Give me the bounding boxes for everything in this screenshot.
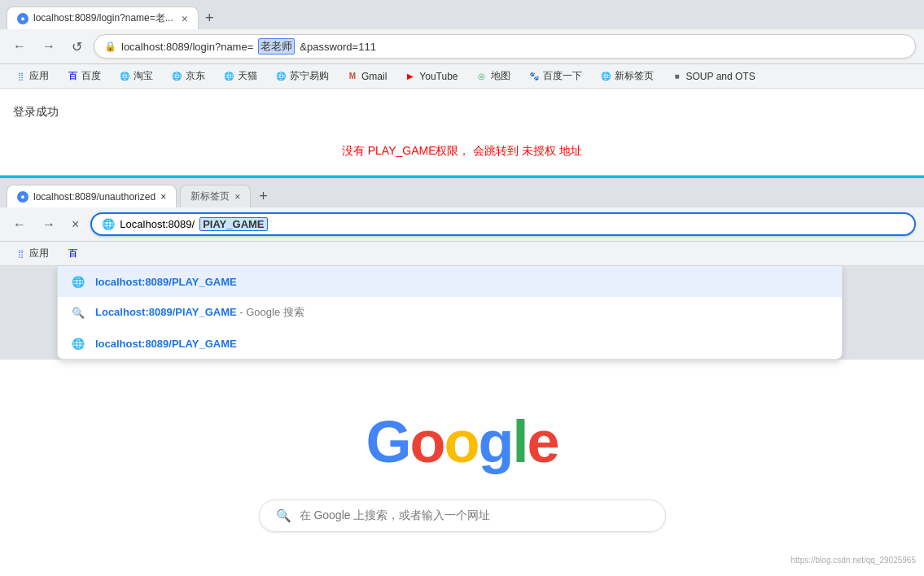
gmail-icon: M xyxy=(347,71,358,82)
bookmark-youtube[interactable]: ▶ YouTube xyxy=(398,69,464,84)
bookmark-baidu[interactable]: 百 百度 xyxy=(60,68,107,85)
tianmao-icon: 🌐 xyxy=(223,71,234,82)
jingdong-icon: 🌐 xyxy=(171,71,182,82)
watermark-text: https://blog.csdn.net/qq_29025965 xyxy=(791,556,916,565)
bottom-url-favicon: 🌐 xyxy=(102,218,115,230)
bookmark-baidu2-label: 百度一下 xyxy=(543,69,582,83)
new-tab-button[interactable]: + xyxy=(199,7,221,29)
google-letter-g: G xyxy=(366,409,409,474)
bottom-nav-bar: ← → × 🌐 Localhost:8089/PlAY_GAME xyxy=(0,207,924,242)
google-letter-l: l xyxy=(512,409,527,474)
refresh-button[interactable]: ↺ xyxy=(67,37,87,56)
bottom-new-tab-button[interactable]: + xyxy=(252,185,274,207)
bookmark-maps-label: 地图 xyxy=(491,69,510,83)
bottom-address-bar[interactable]: 🌐 Localhost:8089/PlAY_GAME xyxy=(90,212,916,236)
url-lock-icon: 🔒 xyxy=(104,41,116,52)
bookmark-baidu2[interactable]: 🐾 百度一下 xyxy=(522,68,589,85)
tab-title: localhost:8089/login?name=老... xyxy=(33,11,173,25)
baidu-icon: 百 xyxy=(67,71,78,82)
autocomplete-bold-1: localhost:8089/PLAY_GAME xyxy=(95,276,237,288)
bottom-bookmarks-bar: ⣿ 应用 百 xyxy=(0,242,924,266)
bookmark-maps[interactable]: ◎ 地图 xyxy=(470,68,517,85)
bookmark-newtab-label: 新标签页 xyxy=(615,69,654,83)
bookmark-jingdong-label: 京东 xyxy=(186,69,205,83)
url-highlighted-text: 老老师 xyxy=(258,38,295,55)
maps-icon: ◎ xyxy=(476,71,488,82)
back-button[interactable]: ← xyxy=(8,37,31,55)
bottom-bookmark-apps[interactable]: ⣿ 应用 xyxy=(8,245,55,262)
bookmark-suning-label: 苏宁易购 xyxy=(290,69,329,83)
no-permission-message: 没有 PLAY_GAME权限， 会跳转到 未授权 地址 xyxy=(13,144,911,159)
autocomplete-item-2[interactable]: 🔍 Localhost:8089/PlAY_GAME - Google 搜索 xyxy=(58,297,842,328)
taobao-icon: 🌐 xyxy=(119,71,130,82)
forward-button[interactable]: → xyxy=(37,37,60,55)
top-nav-bar: ← → ↺ 🔒 localhost:8089/login?name=老老师&pa… xyxy=(0,29,924,64)
autocomplete-bold-3: localhost:8089/PLAY_GAME xyxy=(95,338,237,350)
google-search-bar[interactable]: 🔍 在 Google 上搜索，或者输入一个网址 xyxy=(259,500,666,532)
google-letter-g2: g xyxy=(478,409,512,474)
bookmark-youtube-label: YouTube xyxy=(419,71,458,82)
newtab-icon: 🌐 xyxy=(600,71,611,82)
bookmark-taobao[interactable]: 🌐 淘宝 xyxy=(112,68,160,85)
bottom-tab1-title: localhost:8089/unauthorized xyxy=(33,191,155,203)
bottom-url-prefix: Localhost:8089/ xyxy=(120,218,195,230)
autocomplete-bold-2: Localhost:8089/PlAY_GAME xyxy=(95,306,237,318)
autocomplete-item-3[interactable]: 🌐 localhost:8089/PLAY_GAME xyxy=(58,328,842,359)
soup-icon: ■ xyxy=(672,71,683,82)
bottom-tab-2[interactable]: 新标签页 × xyxy=(180,185,251,207)
bottom-browser-window: ● localhost:8089/unauthorized × 新标签页 × +… xyxy=(0,178,924,571)
bookmark-jingdong[interactable]: 🌐 京东 xyxy=(164,68,212,85)
bottom-page-content: Google 🔍 在 Google 上搜索，或者输入一个网址 https://b… xyxy=(0,360,924,571)
bottom-back-button[interactable]: ← xyxy=(8,216,31,233)
apps-icon: ⣿ xyxy=(15,71,26,82)
top-page-content: 登录成功 没有 PLAY_GAME权限， 会跳转到 未授权 地址 xyxy=(0,89,924,175)
bookmark-soup-label: SOUP and OTS xyxy=(686,71,755,82)
autocomplete-globe-icon-3: 🌐 xyxy=(71,336,85,351)
suning-icon: 🌐 xyxy=(275,71,287,82)
autocomplete-text-1: localhost:8089/PLAY_GAME xyxy=(95,276,237,288)
bookmark-newtab[interactable]: 🌐 新标签页 xyxy=(593,68,660,85)
bookmark-apps[interactable]: ⣿ 应用 xyxy=(8,68,55,85)
bottom-tab1-close[interactable]: × xyxy=(160,191,166,203)
bottom-tab-bar: ● localhost:8089/unauthorized × 新标签页 × + xyxy=(0,178,924,207)
url-prefix: localhost:8089/login?name= xyxy=(121,41,253,53)
autocomplete-text-2: Localhost:8089/PlAY_GAME - Google 搜索 xyxy=(95,305,304,320)
bookmark-suning[interactable]: 🌐 苏宁易购 xyxy=(269,68,335,85)
bottom-tab1-favicon: ● xyxy=(17,191,28,203)
autocomplete-search-icon: 🔍 xyxy=(71,305,85,320)
top-address-bar[interactable]: 🔒 localhost:8089/login?name=老老师&password… xyxy=(94,34,916,59)
tab-close-button[interactable]: × xyxy=(182,12,188,25)
bookmark-gmail-label: Gmail xyxy=(361,71,387,82)
google-letter-o2: o xyxy=(444,409,478,474)
login-success-text: 登录成功 xyxy=(13,105,911,120)
google-search-placeholder: 在 Google 上搜索，或者输入一个网址 xyxy=(300,508,491,523)
bottom-forward-button[interactable]: → xyxy=(37,216,60,233)
autocomplete-suffix-2: - Google 搜索 xyxy=(239,306,304,318)
bottom-apps-icon: ⣿ xyxy=(15,248,26,260)
google-search-icon: 🔍 xyxy=(276,508,291,523)
google-letter-e: e xyxy=(527,409,558,474)
bottom-bookmark-baidu[interactable]: 百 xyxy=(60,247,85,261)
bookmark-soup[interactable]: ■ SOUP and OTS xyxy=(665,69,762,84)
bookmark-gmail[interactable]: M Gmail xyxy=(340,69,393,84)
tab-favicon: ● xyxy=(17,13,28,24)
autocomplete-globe-icon-1: 🌐 xyxy=(71,274,85,289)
bottom-bookmark-apps-label: 应用 xyxy=(29,247,49,260)
bookmark-tianmao[interactable]: 🌐 天猫 xyxy=(217,68,264,85)
bottom-tab2-close[interactable]: × xyxy=(234,191,240,203)
youtube-icon: ▶ xyxy=(405,71,416,82)
baidu2-icon: 🐾 xyxy=(528,71,540,82)
autocomplete-text-3: localhost:8089/PLAY_GAME xyxy=(95,338,237,350)
url-suffix: &password=111 xyxy=(300,41,376,53)
google-letter-o1: o xyxy=(410,409,444,474)
bottom-baidu-icon: 百 xyxy=(67,248,78,260)
bookmark-apps-label: 应用 xyxy=(29,69,49,83)
top-browser-window: ● localhost:8089/login?name=老... × + ← →… xyxy=(0,0,924,176)
top-active-tab[interactable]: ● localhost:8089/login?name=老... × xyxy=(7,7,199,29)
google-logo: Google xyxy=(366,408,558,475)
autocomplete-dropdown: 🌐 localhost:8089/PLAY_GAME 🔍 Localhost:8… xyxy=(57,266,843,360)
bottom-stop-button[interactable]: × xyxy=(67,216,84,233)
bookmark-taobao-label: 淘宝 xyxy=(134,69,153,83)
autocomplete-item-1[interactable]: 🌐 localhost:8089/PLAY_GAME xyxy=(58,266,842,297)
bottom-tab-1[interactable]: ● localhost:8089/unauthorized × xyxy=(7,185,177,207)
